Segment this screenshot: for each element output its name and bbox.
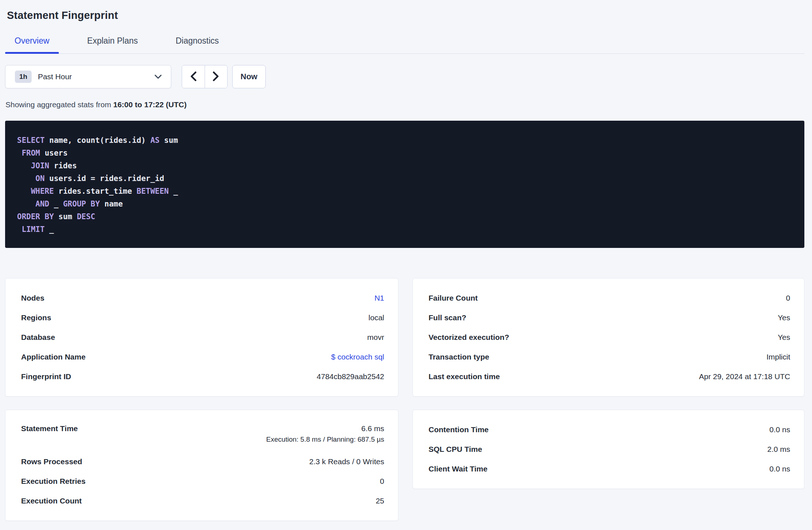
stat-label: Vectorized execution? [429,333,509,342]
statement-details-card: NodesN1RegionslocalDatabasemovrApplicati… [5,278,398,397]
stat-row: NodesN1 [21,288,384,308]
stat-row: Last execution timeApr 29, 2024 at 17:18… [429,367,790,386]
stat-value-wrap: 0 [786,294,790,302]
stat-row: Fingerprint ID4784cb829aab2542 [21,367,384,386]
stat-value: 2.3 k Reads / 0 Writes [309,457,384,466]
stat-row: Statement Time6.6 msExecution: 5.8 ms / … [21,420,384,452]
stat-row: Contention Time0.0 ns [429,420,790,439]
stat-value: 0 [786,294,790,302]
stat-subvalue: Execution: 5.8 ms / Planning: 687.5 µs [266,435,384,443]
tab-explain-plans-label: Explain Plans [87,36,138,45]
stat-row: Client Wait Time0.0 ns [429,459,790,479]
sql-line: SELECT name, count(rides.id) AS sum [17,134,793,147]
stat-value-link[interactable]: $ cockroach sql [331,353,384,361]
stat-value: 25 [376,497,384,505]
stat-value: local [369,313,384,322]
chevron-left-icon [190,71,197,83]
stat-value: Implicit [767,353,790,361]
chevron-down-icon [154,74,162,79]
sql-line: WHERE rides.start_time BETWEEN _ [17,185,793,198]
tab-diagnostics[interactable]: Diagnostics [166,36,228,53]
page-title: Statement Fingerprint [7,9,804,21]
tab-bar: Overview Explain Plans Diagnostics [5,36,804,54]
stat-value-wrap: Yes [778,333,790,342]
stat-value: Apr 29, 2024 at 17:18 UTC [699,372,790,381]
stat-value: Yes [778,313,790,322]
stat-value: 0 [380,477,384,486]
stat-label: Nodes [21,294,44,302]
stat-value-wrap: 0.0 ns [769,465,790,473]
time-controls: 1h Past Hour Now [5,65,804,88]
stat-value-wrap: 6.6 msExecution: 5.8 ms / Planning: 687.… [266,424,384,443]
statement-fingerprint-page: Statement Fingerprint Overview Explain P… [0,9,812,521]
stat-value-wrap: N1 [374,294,384,302]
stat-value-wrap: 0 [380,477,384,486]
stat-value: Yes [778,333,790,342]
stat-label: Application Name [21,353,85,361]
stat-label: Contention Time [429,425,489,434]
stat-value-link[interactable]: N1 [374,294,384,302]
tab-overview-label: Overview [15,36,49,45]
sql-line: AND _ GROUP BY name [17,198,793,210]
stat-label: Execution Retries [21,477,85,486]
stat-value-wrap: Apr 29, 2024 at 17:18 UTC [699,372,790,381]
stat-value-wrap: 2.0 ms [767,445,790,454]
stat-row: Execution Count25 [21,491,384,511]
sql-line: ON users.id = rides.rider_id [17,172,793,185]
stat-label: Last execution time [429,372,500,381]
time-next-button[interactable] [205,65,228,88]
sql-statement-box: SELECT name, count(rides.id) AS sum FROM… [5,121,804,248]
statement-timing-card: Statement Time6.6 msExecution: 5.8 ms / … [5,410,398,521]
sql-line: JOIN rides [17,160,793,172]
stat-label: Fingerprint ID [21,372,71,381]
stat-value: 6.6 ms [361,424,384,433]
stat-value-wrap: 0.0 ns [769,425,790,434]
time-range-dropdown[interactable]: 1h Past Hour [5,65,171,88]
stat-value: 2.0 ms [767,445,790,454]
stat-row: Failure Count0 [429,288,790,308]
stat-value-wrap: 2.3 k Reads / 0 Writes [309,457,384,466]
tab-diagnostics-label: Diagnostics [176,36,219,45]
stat-row: Transaction typeImplicit [429,347,790,367]
tab-explain-plans[interactable]: Explain Plans [78,36,147,53]
stat-label: Statement Time [21,424,78,433]
tab-overview[interactable]: Overview [5,36,59,53]
time-prev-button[interactable] [182,65,205,88]
stat-label: SQL CPU Time [429,445,482,454]
stat-row: Execution Retries0 [21,471,384,491]
timing-cards-row: Statement Time6.6 msExecution: 5.8 ms / … [5,410,804,521]
stat-label: Execution Count [21,497,82,505]
stat-label: Client Wait Time [429,465,487,473]
stat-value-wrap: 25 [376,497,384,505]
summary-prefix: Showing aggregated stats from [5,100,113,109]
stat-value-wrap: Implicit [767,353,790,361]
stat-value: 0.0 ns [769,425,790,434]
sql-line: FROM users [17,147,793,160]
stat-value-wrap: movr [367,333,384,342]
stat-value: movr [367,333,384,342]
stat-label: Full scan? [429,313,466,322]
stat-value: 4784cb829aab2542 [317,372,384,381]
stat-row: Vectorized execution?Yes [429,328,790,347]
sql-line: LIMIT _ [17,223,793,236]
aggregated-stats-summary: Showing aggregated stats from 16:00 to 1… [5,100,804,109]
overview-cards-row: NodesN1RegionslocalDatabasemovrApplicati… [5,278,804,397]
time-nav-group [182,65,228,88]
stat-label: Rows Processed [21,457,82,466]
stat-label: Database [21,333,55,342]
stat-row: Regionslocal [21,308,384,328]
summary-range: 16:00 to 17:22 (UTC) [113,100,187,109]
sql-code: SELECT name, count(rides.id) AS sum FROM… [17,134,793,236]
stat-row: Databasemovr [21,328,384,347]
stat-value-wrap: local [369,313,384,322]
stat-value-wrap: $ cockroach sql [331,353,384,361]
execution-attributes-card: Failure Count0Full scan?YesVectorized ex… [413,278,804,397]
stat-row: Application Name$ cockroach sql [21,347,384,367]
now-button[interactable]: Now [232,65,266,88]
wait-time-card: Contention Time0.0 nsSQL CPU Time2.0 msC… [413,410,804,489]
stat-value: 0.0 ns [769,465,790,473]
stat-label: Regions [21,313,51,322]
stat-label: Failure Count [429,294,478,302]
time-range-label: Past Hour [38,72,72,81]
chevron-right-icon [212,71,220,83]
